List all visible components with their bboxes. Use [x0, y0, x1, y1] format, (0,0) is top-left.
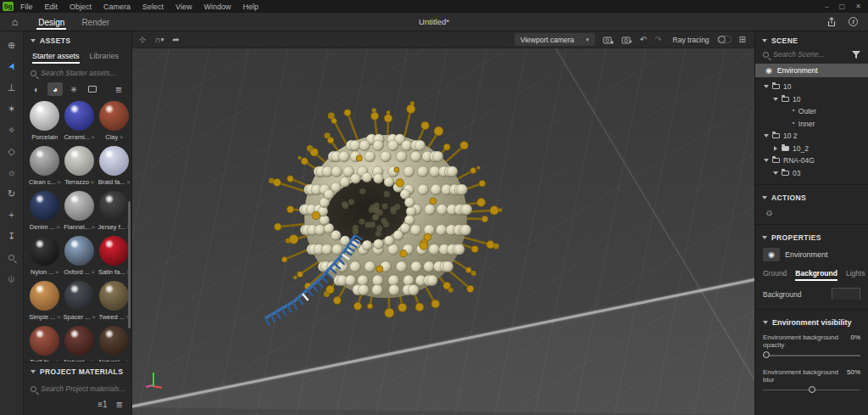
- scene-tree-item-rna-04g[interactable]: RNA-04G: [755, 154, 868, 167]
- scene-search[interactable]: [763, 50, 860, 59]
- menu-item-select[interactable]: Select: [142, 3, 164, 11]
- tab-design[interactable]: Design: [30, 14, 73, 30]
- maximize-icon[interactable]: ▢: [839, 3, 846, 10]
- menu-item-file[interactable]: File: [20, 3, 33, 11]
- environment-light-action-icon[interactable]: ☼: [755, 205, 868, 221]
- home-icon[interactable]: ⌂: [12, 16, 18, 28]
- filter-images-icon[interactable]: [85, 82, 100, 96]
- environment-light-icon[interactable]: ☼: [2, 162, 22, 182]
- select-tool-icon[interactable]: ➤: [0, 53, 25, 80]
- chevron-down-icon[interactable]: [764, 85, 769, 88]
- material-tile[interactable]: Flannel...≈: [64, 191, 96, 236]
- slider-track[interactable]: [763, 390, 860, 391]
- assets-tab-starter-assets[interactable]: Starter assets: [32, 52, 80, 64]
- assets-scrollbar[interactable]: [128, 201, 131, 328]
- filter-materials-icon[interactable]: ◕: [47, 82, 63, 96]
- add-tool-icon[interactable]: +: [2, 205, 22, 225]
- menu-item-edit[interactable]: Edit: [45, 3, 58, 11]
- magic-wand-icon[interactable]: ✶: [2, 98, 22, 119]
- minimize-icon[interactable]: –: [825, 3, 828, 10]
- slider-knob[interactable]: [763, 351, 770, 358]
- material-tile[interactable]: Terrazzo≈: [64, 146, 96, 191]
- share-icon[interactable]: [826, 17, 837, 27]
- ray-tracing-toggle[interactable]: [717, 36, 732, 43]
- material-tile[interactable]: Natural...≈: [97, 326, 130, 362]
- chevron-down-icon[interactable]: [764, 134, 769, 137]
- add-camera-icon[interactable]: [621, 36, 632, 44]
- assets-header[interactable]: ASSETS: [24, 31, 131, 48]
- filter-models-icon[interactable]: ◐: [29, 82, 44, 96]
- snapping-magnet-icon[interactable]: ∩ ▾: [154, 35, 164, 44]
- camera-settings-icon[interactable]: [603, 36, 614, 44]
- scene-item-environment[interactable]: ◉ Environment: [755, 64, 868, 77]
- properties-tab-background[interactable]: Background: [795, 269, 837, 281]
- menu-item-camera[interactable]: Camera: [103, 3, 131, 11]
- tab-render[interactable]: Render: [73, 14, 118, 30]
- assets-tab-libraries[interactable]: Libraries: [90, 52, 120, 64]
- export-view-icon[interactable]: ➦: [172, 35, 179, 44]
- project-materials-header[interactable]: PROJECT MATERIALS: [24, 362, 131, 379]
- menu-item-object[interactable]: Object: [70, 3, 92, 11]
- material-tile[interactable]: Oxford ...≈: [64, 236, 96, 281]
- slider-knob[interactable]: [809, 386, 815, 393]
- chevron-right-icon[interactable]: [773, 146, 778, 151]
- material-tile[interactable]: Satin fa...≈: [97, 236, 130, 281]
- actions-header[interactable]: ACTIONS: [755, 188, 868, 205]
- chevron-down-icon[interactable]: [773, 98, 778, 101]
- menu-item-view[interactable]: View: [175, 3, 192, 11]
- scene-tree-item-10[interactable]: 10: [755, 93, 868, 106]
- viewport-3d[interactable]: ⊹ ∩ ▾ ➦ Viewport camera ▾ ↶: [132, 31, 754, 415]
- close-icon[interactable]: ✕: [855, 3, 861, 10]
- zoom-tool-icon[interactable]: [2, 247, 22, 267]
- orbit-tool-icon[interactable]: ↻: [2, 183, 22, 204]
- render-settings-icon[interactable]: ⊞: [739, 35, 746, 44]
- background-swatch[interactable]: [832, 288, 860, 300]
- undo-view-icon[interactable]: ↶: [640, 35, 647, 44]
- slider-value[interactable]: 0%: [850, 334, 860, 349]
- info-icon[interactable]: i: [849, 17, 858, 26]
- material-tile[interactable]: Braid fa...≈: [97, 146, 130, 191]
- material-tile[interactable]: Nylon ...≈: [29, 236, 61, 281]
- scene-tree-item-10-2[interactable]: 10_2: [755, 143, 868, 155]
- assets-search-input[interactable]: [41, 69, 125, 77]
- scene-tree-item-outer[interactable]: ◔Outer: [755, 105, 868, 118]
- material-tile[interactable]: Simple ...≈: [29, 281, 61, 326]
- material-tile[interactable]: Jersey f...≈: [97, 191, 130, 236]
- filter-lights-icon[interactable]: ✳: [66, 82, 81, 96]
- scene-search-input[interactable]: [773, 50, 848, 59]
- material-tile[interactable]: Cerami...≈: [64, 101, 96, 146]
- chevron-down-icon[interactable]: [773, 171, 778, 175]
- filter-funnel-icon[interactable]: [852, 51, 860, 59]
- scene-tree-item-03[interactable]: 03: [755, 167, 868, 180]
- material-tile[interactable]: Tweed ...≈: [97, 281, 130, 326]
- slider-track[interactable]: [763, 355, 860, 356]
- project-materials-search[interactable]: [31, 384, 125, 393]
- material-tile[interactable]: Clay≈: [97, 101, 130, 146]
- slider-value[interactable]: 50%: [847, 368, 860, 384]
- material-tile[interactable]: Clean c...≈: [29, 146, 61, 191]
- properties-tab-lights[interactable]: Lights: [846, 269, 865, 281]
- scene-tree-item-inner[interactable]: ◔Inner: [755, 118, 868, 131]
- capsid-model[interactable]: [250, 87, 521, 351]
- pan-tool-icon[interactable]: ψ: [2, 268, 22, 289]
- scene-header[interactable]: SCENE: [755, 31, 868, 48]
- geometry-tool-icon[interactable]: ◇: [2, 141, 22, 161]
- properties-tab-ground[interactable]: Ground: [763, 269, 787, 281]
- chevron-down-icon[interactable]: [764, 159, 769, 162]
- material-tile[interactable]: Twill fa...≈: [29, 326, 61, 362]
- add-content-icon[interactable]: ⊕: [2, 35, 22, 55]
- material-tile[interactable]: Porcelain: [29, 101, 61, 146]
- material-tile[interactable]: Denim ...≈: [29, 191, 61, 236]
- menu-item-window[interactable]: Window: [203, 3, 231, 11]
- sort-icon[interactable]: ≡1: [97, 400, 107, 409]
- project-search-input[interactable]: [41, 384, 125, 393]
- material-tile[interactable]: Spacer ...≈: [64, 281, 96, 326]
- assets-search[interactable]: [31, 69, 125, 77]
- redo-view-icon[interactable]: ↷: [654, 35, 661, 44]
- gizmo-settings-icon[interactable]: ⊹: [139, 35, 146, 44]
- view-options-icon[interactable]: ≣: [111, 82, 126, 96]
- list-view-icon[interactable]: ≣: [116, 400, 123, 409]
- properties-header[interactable]: PROPERTIES: [755, 228, 868, 245]
- menu-item-help[interactable]: Help: [242, 3, 259, 11]
- scene-tree-item-10[interactable]: 10: [755, 81, 868, 93]
